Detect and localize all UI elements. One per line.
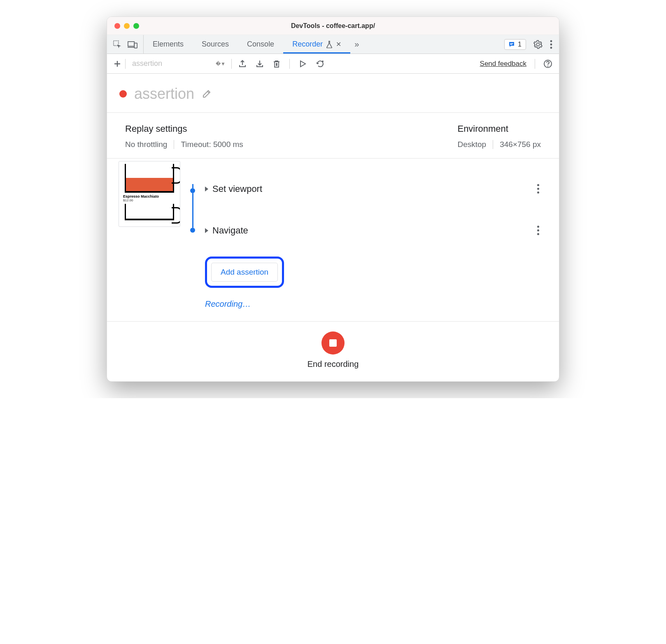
tabstrip-left-tools (107, 35, 144, 54)
tab-label: Console (247, 40, 274, 49)
recording-title: assertion (134, 85, 194, 103)
timeline-dot (190, 228, 195, 233)
settings-gear-icon[interactable] (533, 40, 543, 49)
experiment-flask-icon (326, 41, 333, 48)
tab-label: Recorder (292, 40, 323, 49)
recording-footer: End recording (107, 321, 559, 381)
step-label: Navigate (212, 225, 248, 236)
recorder-toolbar: assertion �▼ Send feedback (107, 54, 559, 74)
svg-rect-3 (134, 43, 137, 48)
end-recording-button[interactable] (321, 331, 345, 355)
replay-settings-group: Replay settings No throttling Timeout: 5… (125, 124, 243, 149)
divider (289, 59, 290, 69)
timeline-column (180, 161, 205, 309)
replay-icon[interactable] (299, 60, 307, 68)
step-navigate[interactable]: Navigate (205, 222, 541, 239)
tab-label: Sources (202, 40, 229, 49)
performance-replay-icon[interactable] (316, 60, 325, 68)
recording-body: Espresso Macchiato $12.00 Set viewport (107, 159, 559, 321)
traffic-lights (107, 23, 139, 29)
issues-count: 1 (518, 41, 522, 48)
recording-selector-value: assertion (132, 59, 162, 68)
thumbnail-cup-icon (125, 164, 174, 193)
environment-viewport: 346×756 px (500, 140, 541, 149)
close-window-button[interactable] (114, 23, 120, 29)
environment-heading: Environment (457, 124, 541, 134)
expand-triangle-icon (205, 228, 208, 233)
environment-device: Desktop (457, 140, 486, 149)
minimize-window-button[interactable] (124, 23, 130, 29)
recording-status: Recording… (205, 299, 541, 309)
send-feedback-link[interactable]: Send feedback (480, 60, 526, 68)
inspect-element-icon[interactable] (113, 40, 122, 49)
settings-row: Replay settings No throttling Timeout: 5… (107, 113, 559, 159)
issues-badge[interactable]: 1 (504, 39, 526, 50)
close-tab-icon[interactable]: ✕ (336, 40, 341, 48)
window-titlebar: DevTools - coffee-cart.app/ (107, 17, 559, 35)
screenshot-thumbnail[interactable]: Espresso Macchiato $12.00 (119, 161, 180, 227)
chevron-down-icon: �▼ (216, 61, 226, 67)
thumbnail-product-name: Espresso Macchiato (121, 194, 177, 198)
svg-point-6 (550, 40, 552, 42)
import-icon[interactable] (256, 60, 264, 68)
svg-point-9 (322, 61, 324, 62)
step-set-viewport[interactable]: Set viewport (205, 180, 541, 198)
svg-point-7 (550, 43, 552, 45)
thumbnail-product-price: $12.00 (121, 198, 177, 202)
thumbnail-cup-icon (125, 204, 174, 220)
screenshot-column: Espresso Macchiato $12.00 (119, 161, 180, 309)
issues-icon (508, 41, 515, 48)
tab-sources[interactable]: Sources (193, 35, 238, 54)
edit-title-icon[interactable] (202, 89, 212, 99)
recording-indicator-icon (119, 90, 127, 98)
help-icon[interactable] (543, 59, 552, 68)
step-menu-icon[interactable] (536, 224, 541, 237)
environment-group: Environment Desktop 346×756 px (457, 124, 541, 149)
end-recording-label: End recording (307, 359, 359, 369)
timeout-value[interactable]: Timeout: 5000 ms (181, 140, 243, 149)
timeline-dot (190, 188, 195, 193)
tab-console[interactable]: Console (238, 35, 283, 54)
svg-point-11 (547, 65, 548, 66)
recording-selector[interactable]: assertion �▼ (130, 59, 227, 68)
window-title: DevTools - coffee-cart.app/ (107, 22, 559, 30)
divider (231, 59, 232, 69)
more-menu-icon[interactable] (550, 40, 552, 49)
replay-settings-heading: Replay settings (125, 124, 243, 134)
steps-column: Set viewport Navigate Add assertion Reco… (205, 161, 541, 309)
devtools-window: DevTools - coffee-cart.app/ Elements Sou… (107, 16, 559, 382)
svg-rect-4 (510, 43, 513, 44)
device-toolbar-icon[interactable] (128, 40, 137, 49)
tab-recorder[interactable]: Recorder ✕ (283, 35, 350, 54)
recording-header: assertion (107, 74, 559, 113)
export-icon[interactable] (238, 60, 247, 68)
divider (493, 140, 493, 149)
add-assertion-button[interactable]: Add assertion (211, 263, 278, 282)
tab-label: Elements (153, 40, 184, 49)
expand-triangle-icon (205, 187, 208, 191)
add-assertion-highlight: Add assertion (205, 257, 284, 288)
divider (174, 140, 174, 149)
throttling-value[interactable]: No throttling (125, 140, 167, 149)
divider (535, 59, 535, 69)
divider (125, 59, 126, 69)
svg-rect-1 (128, 42, 134, 46)
zoom-window-button[interactable] (133, 23, 139, 29)
tab-elements[interactable]: Elements (144, 35, 193, 54)
svg-rect-5 (510, 44, 512, 45)
svg-point-8 (550, 47, 552, 49)
panel-tabstrip: Elements Sources Console Recorder ✕ » 1 (107, 35, 559, 54)
new-recording-icon[interactable] (114, 60, 121, 68)
step-label: Set viewport (212, 184, 262, 194)
more-tabs-icon[interactable]: » (350, 35, 363, 54)
delete-icon[interactable] (273, 60, 280, 68)
step-menu-icon[interactable] (536, 182, 541, 195)
stop-icon (329, 339, 337, 347)
